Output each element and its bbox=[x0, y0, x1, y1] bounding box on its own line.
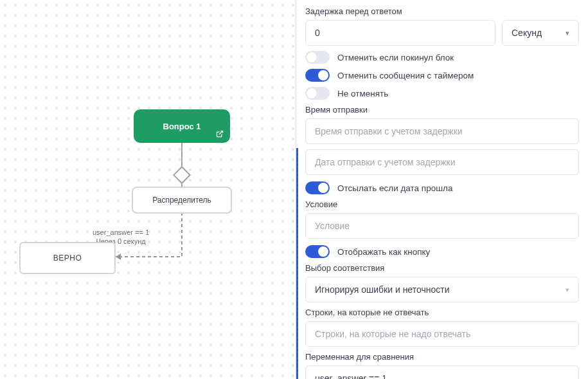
chevron-down-icon: ▾ bbox=[566, 286, 569, 294]
delay-unit-select[interactable]: Секунд ▾ bbox=[502, 20, 579, 46]
question-node[interactable]: Вопрос 1 bbox=[134, 109, 230, 143]
toggle-as-button-label: Отображать как кнопку bbox=[337, 247, 430, 257]
send-time-label: Время отправки bbox=[305, 105, 579, 115]
question-node-label: Вопрос 1 bbox=[163, 122, 201, 131]
toggle-cancel-left[interactable] bbox=[305, 51, 330, 64]
condition-label: Условие bbox=[305, 199, 579, 209]
condition-placeholder: Условие bbox=[315, 221, 350, 231]
toggle-cancel-timer-label: Отменить сообщения с таймером bbox=[337, 71, 474, 80]
svg-line-3 bbox=[219, 131, 223, 135]
toggle-cancel-timer[interactable] bbox=[305, 69, 330, 82]
toggle-as-button[interactable] bbox=[305, 245, 330, 258]
external-link-icon[interactable] bbox=[216, 130, 224, 138]
settings-panel: Задержка перед ответом 0 Секунд ▾ Отмени… bbox=[296, 0, 588, 379]
send-date-placeholder: Дата отправки с учетом задержки bbox=[315, 157, 456, 167]
send-time-input[interactable]: Время отправки с учетом задержки bbox=[305, 118, 579, 144]
toggle-send-past-label: Отсылать если дата прошла bbox=[337, 183, 452, 193]
distributor-node[interactable]: Распределитель bbox=[132, 187, 232, 214]
ignore-label: Строки, на которые не отвечать bbox=[305, 308, 579, 317]
toggle-cancel-left-label: Отменить если покинул блок bbox=[337, 53, 454, 62]
toggle-no-cancel-label: Не отменять bbox=[337, 89, 388, 98]
toggle-send-past[interactable] bbox=[305, 181, 330, 194]
svg-marker-2 bbox=[116, 254, 121, 260]
var-input[interactable]: user_answer == 1 bbox=[305, 365, 579, 379]
send-date-input[interactable]: Дата отправки с учетом задержки bbox=[305, 149, 579, 175]
match-select[interactable]: Игнорируя ошибки и неточности ▾ bbox=[305, 277, 579, 302]
delay-unit-value: Секунд bbox=[512, 28, 542, 38]
distributor-node-label: Распределитель bbox=[152, 196, 211, 205]
flow-canvas[interactable]: Вопрос 1 Распределитель user_answer == 1… bbox=[0, 0, 296, 379]
verno-node[interactable]: ВЕРНО bbox=[19, 242, 116, 274]
match-label: Выбор соответствия bbox=[305, 263, 579, 273]
delay-label: Задержка перед ответом bbox=[305, 6, 579, 16]
var-label: Переменная для сравнения bbox=[305, 352, 579, 362]
ignore-placeholder: Строки, на которые не надо отвечать bbox=[315, 329, 470, 339]
delay-value: 0 bbox=[315, 28, 320, 38]
decision-diamond[interactable] bbox=[173, 166, 191, 184]
ignore-input[interactable]: Строки, на которые не надо отвечать bbox=[305, 321, 579, 347]
var-value: user_answer == 1 bbox=[315, 373, 387, 379]
send-time-placeholder: Время отправки с учетом задержки bbox=[315, 126, 463, 136]
condition-input[interactable]: Условие bbox=[305, 213, 579, 239]
toggle-no-cancel[interactable] bbox=[305, 87, 330, 100]
chevron-down-icon: ▾ bbox=[566, 29, 569, 37]
edge-label-expr: user_answer == 1 bbox=[93, 228, 149, 237]
match-value: Игнорируя ошибки и неточности bbox=[315, 284, 449, 295]
verno-node-label: ВЕРНО bbox=[53, 254, 82, 263]
delay-input[interactable]: 0 bbox=[305, 20, 495, 46]
